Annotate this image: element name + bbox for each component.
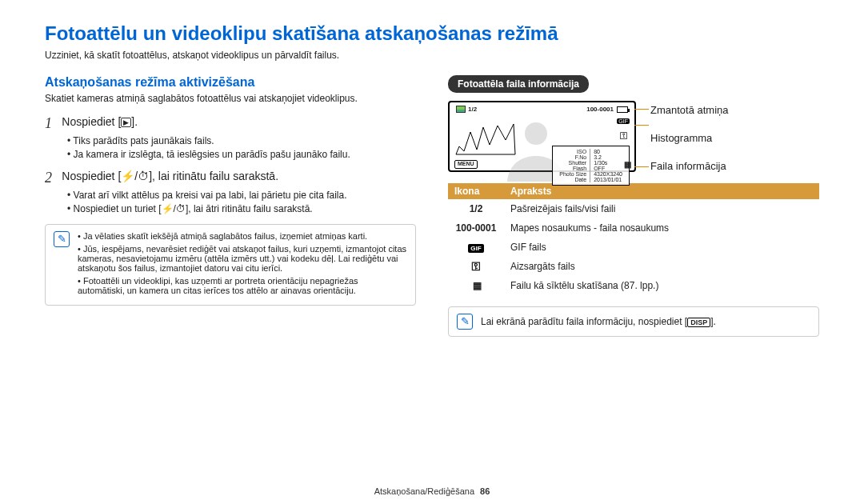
table-row: 100-0001 Mapes nosaukums - faila nosauku… [448,218,819,238]
desc-cell: Aizsargāts fails [504,257,819,276]
lcd-screen: 1/2 100-0001 GIF ⚿ ISO80 F.No3.2 [448,101,636,172]
page-footer: Atskaņošana/Rediģēšana 86 [0,486,864,496]
note-item: Jūs, iespējams, nevarēsiet rediģēt vai a… [78,244,407,273]
note-icon: ✎ [457,314,473,330]
desc-cell: Mapes nosaukums - faila nosaukums [504,218,819,238]
flash-icon: ⚡ [121,170,134,182]
list-item: Ja kamera ir izslēgta, tā ieslēgsies un … [67,149,416,160]
desc-cell: GIF fails [504,238,819,257]
callout-memory: Zmantotā atmiņa [650,104,729,116]
page-number: 86 [480,486,490,496]
section-subtext: Skatiet kameras atmiņā saglabātos fotoat… [45,93,416,104]
info-pill: Fotoattēla faila informācija [448,75,589,93]
tip-text-b: ]. [710,316,716,327]
left-column: Atskaņošanas režīma aktivizēšana Skatiet… [45,75,416,337]
icon-cell: GIF [448,238,504,257]
menu-button: MENU [454,160,478,169]
intro-text: Uzziniet, kā skatīt fotoattēlus, atskaņo… [45,50,819,61]
list-item: Nospiediet un turiet [⚡/⏱], lai ātri rit… [67,203,416,214]
timer-icon: ⏱ [138,170,149,182]
step-number: 1 [45,115,59,132]
step-number: 2 [45,170,59,186]
icon-cell: 100-0001 [448,218,504,238]
callout-labels: Zmantotā atmiņa Histogramma Faila inform… [650,101,729,172]
note-item: Ja vēlaties skatīt iekšējā atmiņā saglab… [78,231,407,241]
step1-text-b: ]. [131,115,138,128]
desc-cell: Failu kā sīktēlu skatīšana (87. lpp.) [504,276,819,295]
table-row: ⚿ Aizsargāts fails [448,257,819,276]
step-1: 1 Nospiediet [▶]. Tiks parādīts pats jau… [45,115,416,160]
lock-icon: ⚿ [620,131,628,140]
section-subhead: Atskaņošanas režīma aktivizēšana [45,75,416,90]
gif-icon: GIF [468,244,483,253]
page-title: Fotoattēlu un videoklipu skatīšana atska… [45,22,819,45]
tip-text-a: Lai ekrānā parādītu faila informāciju, n… [481,316,687,327]
disp-button-icon: DISP [687,318,710,327]
tip-box: ✎ Lai ekrānā parādītu faila informāciju,… [448,306,819,337]
footer-section: Atskaņošana/Rediģēšana [374,486,474,496]
histogram-icon [454,122,517,156]
table-row: 1/2 Pašreizējais fails/visi faili [448,199,819,218]
battery-icon [617,106,628,113]
list-item: Varat arī vilkt attēlus pa kreisi vai pa… [67,190,416,201]
table-row: GIF GIF fails [448,238,819,257]
note-item: Fotoattēli un videoklipi, kas uzņemti ar… [78,276,407,295]
step2-text-a: Nospiediet [ [62,170,121,182]
step-2: 2 Nospiediet [⚡/⏱], lai ritinātu failu s… [45,170,416,214]
step1-text-a: Nospiediet [ [62,115,121,128]
list-item: Tiks parādīts pats jaunākais fails. [67,135,416,146]
gif-icon: GIF [617,118,630,124]
right-column: Fotoattēla faila informācija 1/2 100-000… [448,75,819,337]
icon-cell: 1/2 [448,199,504,218]
note-icon: ✎ [54,231,70,247]
callout-fileinfo: Faila informācija [650,160,729,172]
icon-cell: ⚿ [448,257,504,276]
icon-cell: ▦ [448,276,504,295]
playback-icon: ▶ [121,118,131,127]
desc-cell: Pašreizējais fails/visi faili [504,199,819,218]
table-row: ▦ Failu kā sīktēlu skatīšana (87. lpp.) [448,276,819,295]
note-box: ✎ Ja vēlaties skatīt iekšējā atmiņā sagl… [45,224,416,306]
folder-file-number: 100-0001 [586,106,614,113]
photo-icon [456,106,466,113]
step2-text-b: ], lai ritinātu failu sarakstā. [149,170,278,182]
thumbnail-icon: ▦ [624,160,630,169]
callout-histogram: Histogramma [650,132,729,144]
lcd-diagram: 1/2 100-0001 GIF ⚿ ISO80 F.No3.2 [448,101,819,172]
thumbnail-icon: ▦ [473,280,479,291]
file-counter: 1/2 [468,106,477,113]
icon-table: Ikona Apraksts 1/2 Pašreizējais fails/vi… [448,183,819,295]
lock-icon: ⚿ [471,261,481,272]
